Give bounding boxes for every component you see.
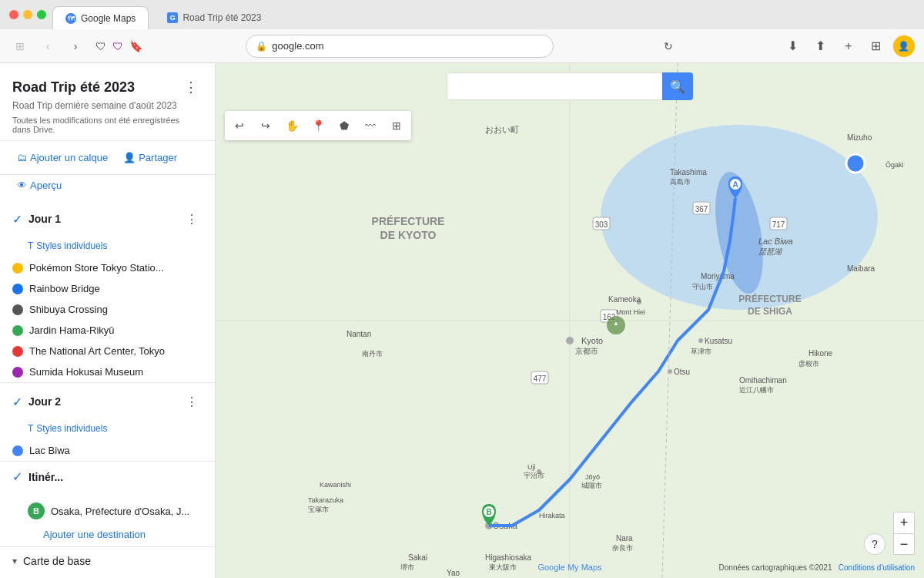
map-search-bar: 🔍	[447, 72, 693, 100]
map-search-input[interactable]	[447, 72, 662, 100]
styles-icon: T	[28, 240, 33, 251]
address-bar[interactable]: 🔒 google.com	[246, 35, 554, 58]
svg-text:おおい町: おおい町	[485, 125, 519, 134]
svg-point-9	[566, 337, 574, 344]
svg-text:Nantan: Nantan	[346, 330, 371, 338]
day-1-styles-link[interactable]: T Styles individuels	[0, 237, 215, 257]
sidebar-toggle-button[interactable]: ⊞	[9, 35, 31, 57]
itinerary-dest-row[interactable]: B Osaka, Préfecture d'Osaka, J...	[0, 499, 215, 523]
svg-text:Kyoto: Kyoto	[581, 336, 603, 345]
place-national-art[interactable]: The National Art Center, Tokyo	[0, 341, 215, 361]
preview-row: 👁 Aperçu	[0, 175, 215, 200]
security-icon: 🛡	[112, 40, 123, 52]
day-2-more-button[interactable]: ⋮	[181, 391, 203, 412]
place-dot-hama	[12, 325, 23, 336]
redo-button[interactable]: ↪	[254, 114, 277, 137]
day-2-checkbox[interactable]: ✓	[12, 395, 22, 409]
bookmark-icon: 🔖	[129, 40, 142, 52]
svg-text:Omihachiman: Omihachiman	[739, 376, 787, 385]
map-zoom-controls: + −	[893, 512, 915, 555]
place-name-biwa: Lac Biwa	[29, 445, 203, 456]
place-dot-rainbow	[12, 284, 23, 294]
svg-text:Maibara: Maibara	[847, 264, 875, 273]
svg-text:Takashima: Takashima	[670, 168, 707, 176]
tab-icon-road-trip: G	[167, 12, 178, 23]
svg-text:京都市: 京都市	[575, 347, 598, 355]
place-lac-biwa[interactable]: Lac Biwa	[0, 440, 215, 461]
place-sumida[interactable]: Sumida Hokusai Museum	[0, 361, 215, 382]
maximize-button[interactable]	[37, 10, 46, 19]
share-button-sidebar[interactable]: 👤 Partager	[119, 149, 182, 166]
map-search-button[interactable]: 🔍	[662, 72, 693, 100]
map-toolbar: ↩ ↪ ✋ 📍 ⬟ 〰 ⊞	[225, 111, 411, 140]
place-name-hama: Jardin Hama-Rikyū	[29, 324, 203, 336]
tab-google-maps[interactable]: 🗺 Google Maps	[52, 6, 149, 29]
itinerary-header[interactable]: ✓ Itinér...	[0, 462, 215, 492]
svg-point-37	[846, 154, 865, 173]
place-dot-shibuya	[12, 304, 23, 315]
add-destination-link[interactable]: Ajouter une destination	[0, 523, 215, 546]
minimize-button[interactable]	[23, 10, 32, 19]
place-rainbow-bridge[interactable]: Rainbow Bridge	[0, 278, 215, 299]
svg-text:東大阪市: 東大阪市	[489, 563, 517, 571]
svg-text:Takarazuka: Takarazuka	[308, 496, 343, 504]
tab-label-maps: Google Maps	[81, 13, 136, 24]
route-tool-button[interactable]: 〰	[359, 114, 382, 137]
place-dot-biwa	[12, 445, 23, 456]
day-1-more-button[interactable]: ⋮	[181, 208, 203, 230]
share-button[interactable]: ⬆	[810, 35, 832, 57]
download-button[interactable]: ⬇	[782, 35, 804, 57]
new-tab-button[interactable]: +	[838, 35, 859, 57]
svg-text:守山市: 守山市	[692, 283, 713, 291]
back-button[interactable]: ‹	[37, 35, 59, 57]
day-1-checkbox[interactable]: ✓	[12, 212, 22, 227]
base-map-section[interactable]: ▾ Carte de base	[0, 547, 215, 575]
map-background: PRÉFECTURE DE KYOTO PRÉFECTURE DE SHIGA …	[216, 63, 924, 578]
add-layer-button[interactable]: 🗂 Ajouter un calque	[12, 149, 112, 166]
svg-text:近江八幡市: 近江八幡市	[739, 386, 774, 394]
svg-text:367: 367	[695, 205, 708, 213]
day-1-header[interactable]: ✓ Jour 1 ⋮	[0, 200, 215, 237]
shape-tool-button[interactable]: ⬟	[333, 114, 356, 137]
forward-button[interactable]: ›	[65, 35, 86, 57]
close-button[interactable]	[9, 10, 18, 19]
terms-link[interactable]: Conditions d'utilisation	[839, 563, 915, 572]
help-button[interactable]: ?	[864, 533, 886, 555]
itinerary-title: Itinér...	[28, 471, 203, 483]
itinerary-checkbox[interactable]: ✓	[12, 469, 22, 484]
preview-button[interactable]: 👁 Aperçu	[12, 176, 66, 194]
sidebar-more-button[interactable]: ⋮	[179, 76, 203, 99]
place-pokemon-store[interactable]: Pokémon Store Tokyo Statio...	[0, 257, 215, 278]
svg-text:宇治市: 宇治市	[524, 472, 544, 479]
user-avatar[interactable]: 👤	[893, 35, 915, 57]
destination-dot: B	[28, 502, 45, 519]
svg-text:城陽市: 城陽市	[581, 482, 602, 489]
tab-road-trip[interactable]: G Road Trip été 2023	[155, 6, 273, 29]
sidebar-header: Road Trip été 2023 ⋮ Road Trip dernière …	[0, 63, 215, 141]
zoom-out-button[interactable]: −	[893, 533, 915, 555]
svg-text:Kusatsu: Kusatsu	[705, 337, 732, 345]
hand-tool-button[interactable]: ✋	[280, 114, 303, 137]
sidebar-subtitle: Road Trip dernière semaine d'août 2023	[12, 100, 203, 111]
svg-text:彦根市: 彦根市	[798, 360, 819, 368]
svg-text:高島市: 高島市	[670, 178, 691, 186]
place-hama-rikyu[interactable]: Jardin Hama-Rikyū	[0, 320, 215, 341]
tab-icon-maps: 🗺	[65, 13, 76, 24]
place-shibuya[interactable]: Shibuya Crossing	[0, 299, 215, 320]
day-2-styles-link[interactable]: T Styles individuels	[0, 420, 215, 440]
place-dot-pokemon	[12, 263, 23, 274]
zoom-in-button[interactable]: +	[893, 512, 915, 533]
measure-tool-button[interactable]: ⊞	[385, 114, 408, 137]
map-area[interactable]: PRÉFECTURE DE KYOTO PRÉFECTURE DE SHIGA …	[216, 63, 924, 578]
svg-text:717: 717	[772, 220, 785, 229]
refresh-button[interactable]: ↻	[658, 35, 679, 57]
place-dot-sumida	[12, 367, 23, 378]
sidebar: Road Trip été 2023 ⋮ Road Trip dernière …	[0, 63, 216, 578]
grid-button[interactable]: ⊞	[865, 35, 887, 57]
eye-icon: 👁	[17, 180, 27, 191]
svg-point-16	[698, 338, 703, 343]
marker-tool-button[interactable]: 📍	[306, 114, 330, 137]
day-2-header[interactable]: ✓ Jour 2 ⋮	[0, 383, 215, 420]
map-copyright-left: Google My Maps	[537, 563, 601, 572]
undo-button[interactable]: ↩	[228, 114, 251, 137]
